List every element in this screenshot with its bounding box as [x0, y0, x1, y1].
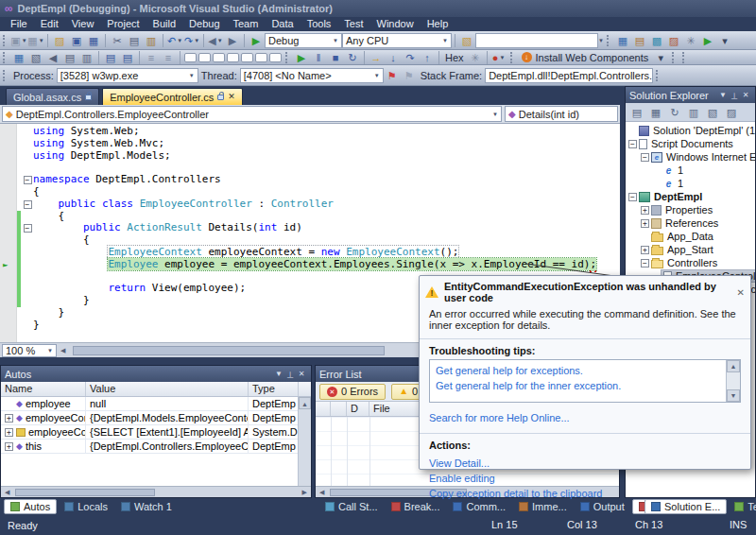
toolbar-grip[interactable]: [672, 52, 677, 63]
tips-scrollbar[interactable]: ▲ ▼: [726, 360, 740, 402]
menu-view[interactable]: View: [65, 17, 101, 31]
select-pointer-icon[interactable]: ◀: [44, 50, 61, 64]
outdent-icon[interactable]: ▤: [119, 50, 136, 64]
window-menu-icon[interactable]: ▼: [717, 91, 729, 99]
bubble-icon[interactable]: [198, 53, 211, 62]
solution-explorer-icon[interactable]: ▦: [614, 33, 631, 47]
step-into-icon[interactable]: ↓: [385, 50, 402, 64]
menu-help[interactable]: Help: [421, 17, 455, 31]
tree-item-app-start[interactable]: +App_Start: [626, 243, 755, 256]
scroll-left-icon[interactable]: ◀: [316, 489, 328, 496]
view-class-diagram-icon[interactable]: ▨: [723, 105, 740, 119]
bubble-icon[interactable]: [227, 53, 239, 62]
collapse-icon[interactable]: −: [24, 200, 32, 209]
display-in-hierarchy-icon[interactable]: ▦: [10, 50, 27, 64]
navigate-forward-icon[interactable]: ▶: [224, 33, 241, 47]
menu-test[interactable]: Test: [337, 17, 369, 31]
expand-icon[interactable]: +: [5, 414, 13, 423]
tree-item-solution-deptempl-1-project-[interactable]: Solution 'DeptEmpl' (1 project): [626, 124, 755, 137]
cut-icon[interactable]: ✂: [109, 33, 126, 47]
code-line[interactable]: −namespace DeptEmpl.Controllers: [0, 174, 606, 186]
autos-column-value[interactable]: Value: [86, 382, 249, 396]
autos-horizontal-scrollbar[interactable]: ◀ ▶: [1, 486, 311, 497]
pin-icon[interactable]: ⊤: [729, 91, 740, 100]
members-combo[interactable]: ◆ Details(int id): [505, 106, 618, 122]
scroll-right-icon[interactable]: ▶: [299, 489, 311, 496]
show-all-files-icon[interactable]: ▦: [647, 105, 664, 119]
flag-gray-icon[interactable]: ⚑: [401, 68, 418, 82]
toolbar-overflow-icon[interactable]: ▾: [652, 50, 669, 64]
menu-build[interactable]: Build: [146, 17, 182, 31]
chevron-down-icon[interactable]: ▼: [598, 38, 604, 43]
expand-icon[interactable]: +: [5, 428, 13, 437]
autos-row[interactable]: +◆employeeCon{DeptEmpl.Models.EmployeeCo…: [1, 411, 311, 425]
indent-icon[interactable]: ▤: [102, 50, 119, 64]
object-browser-icon[interactable]: ▨: [665, 33, 682, 47]
tree-item-controllers[interactable]: −Controllers: [626, 256, 755, 269]
horizontal-scroll-thumb[interactable]: [73, 346, 385, 355]
bubble-icon[interactable]: [241, 53, 253, 62]
toolbar-grip[interactable]: [285, 52, 290, 63]
find-combo-input[interactable]: [475, 33, 598, 48]
tree-item-script-documents[interactable]: −Script Documents: [626, 137, 755, 150]
tip-link[interactable]: Get general help for exceptions.: [436, 363, 721, 378]
start-page-icon[interactable]: ▶: [699, 33, 716, 47]
copy-icon[interactable]: ▤: [126, 33, 143, 47]
scroll-up-icon[interactable]: ▲: [299, 397, 311, 409]
toolbar-overflow-icon[interactable]: ▾: [716, 33, 733, 47]
bubble-icon[interactable]: [184, 53, 197, 62]
stack-frame-combo[interactable]: DeptEmpl.dll!DeptEmpl.Controllers.Employ…: [485, 68, 653, 83]
code-line[interactable]: ► Employee employee = employeeContext.Em…: [0, 259, 606, 271]
expand-icon[interactable]: −: [628, 140, 637, 148]
new-item-icon[interactable]: ▣▼: [10, 33, 27, 47]
close-icon[interactable]: ✕: [740, 91, 751, 99]
install-web-components-button[interactable]: ↓Install Web Components: [518, 52, 653, 63]
tree-item-windows-internet-exp[interactable]: −eWindows Internet Exp: [626, 150, 755, 164]
add-item-icon[interactable]: ▦▼: [27, 33, 44, 47]
properties-window-icon[interactable]: ▤: [631, 33, 648, 47]
close-icon[interactable]: ✕: [228, 93, 235, 101]
find-in-files-icon[interactable]: ▧: [458, 33, 475, 47]
menu-team[interactable]: Team: [227, 17, 266, 31]
thread-combo[interactable]: [4708] <No Name>▼: [240, 68, 384, 83]
expand-icon[interactable]: +: [641, 206, 649, 215]
tip-link[interactable]: Get general help for the inner exception…: [436, 378, 721, 393]
tool-tab-autos[interactable]: Autos: [4, 499, 57, 514]
navigate-backward-icon[interactable]: ◀▼: [207, 33, 224, 47]
continue-debug-icon[interactable]: ▶: [293, 50, 310, 64]
autos-vertical-scrollbar[interactable]: ▲: [298, 397, 311, 486]
code-line[interactable]: using DeptEmpl.Models;: [0, 150, 606, 163]
toolbar-grip[interactable]: [510, 52, 515, 63]
window-menu-icon[interactable]: ▼: [273, 370, 284, 378]
tree-item-deptempl[interactable]: −DeptEmpl: [626, 190, 755, 203]
tool-tab-watch-1[interactable]: Watch 1: [115, 499, 178, 514]
show-threads-icon[interactable]: ✳: [467, 50, 484, 64]
view-designer-icon[interactable]: ▧: [704, 105, 721, 119]
autos-column-type[interactable]: Type: [249, 382, 299, 396]
tree-item-1[interactable]: e1: [626, 164, 755, 177]
save-icon[interactable]: ▣: [68, 33, 85, 47]
collapse-icon[interactable]: −: [24, 224, 32, 233]
toolbox-icon[interactable]: ▩: [648, 33, 665, 47]
menu-project[interactable]: Project: [100, 17, 146, 31]
tool-tab-locals[interactable]: Locals: [59, 499, 113, 514]
uncomment-icon[interactable]: ≡: [160, 50, 177, 64]
doc-tab-employeecontroller-cs[interactable]: EmployeeController.cs✕: [102, 88, 243, 105]
bubble-icon[interactable]: [213, 53, 225, 62]
collapse-icon[interactable]: −: [24, 176, 32, 184]
close-icon[interactable]: ✕: [296, 370, 307, 378]
error-list-column-d[interactable]: D: [347, 402, 369, 416]
autos-row[interactable]: +◆this{DeptEmpl.Controllers.EmployeeCont…: [1, 440, 311, 454]
expand-icon[interactable]: +: [641, 219, 649, 228]
bubble-icon[interactable]: [269, 53, 282, 62]
menu-data[interactable]: Data: [265, 17, 300, 31]
toolbar-grip[interactable]: [607, 35, 611, 46]
action-link-view-detail-[interactable]: View Detail...: [429, 456, 741, 471]
extension-manager-icon[interactable]: ✳: [682, 33, 699, 47]
toolbar-grip[interactable]: [3, 35, 8, 46]
stop-debug-icon[interactable]: ■: [327, 50, 344, 64]
tree-item-1[interactable]: e1: [626, 177, 755, 190]
menu-file[interactable]: File: [4, 17, 34, 31]
error-list-column[interactable]: [316, 402, 331, 416]
expand-icon[interactable]: −: [641, 153, 649, 162]
